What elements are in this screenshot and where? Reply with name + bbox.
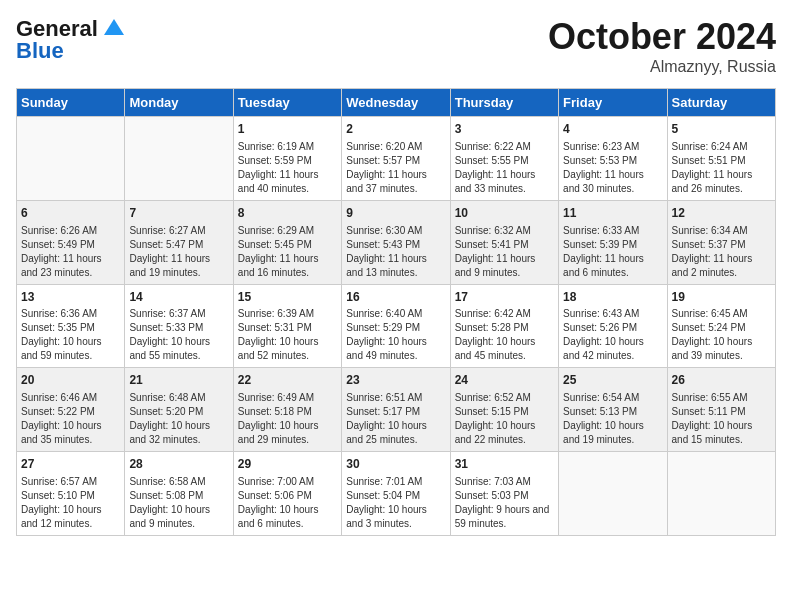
day-number: 6	[21, 205, 120, 222]
calendar-cell: 30Sunrise: 7:01 AMSunset: 5:04 PMDayligh…	[342, 452, 450, 536]
logo: General Blue	[16, 16, 124, 64]
calendar-cell: 25Sunrise: 6:54 AMSunset: 5:13 PMDayligh…	[559, 368, 667, 452]
day-info: Sunrise: 6:51 AMSunset: 5:17 PMDaylight:…	[346, 391, 445, 447]
page-title: October 2024	[548, 16, 776, 58]
day-of-week-header: Sunday	[17, 89, 125, 117]
day-info: Sunrise: 6:49 AMSunset: 5:18 PMDaylight:…	[238, 391, 337, 447]
calendar-cell: 19Sunrise: 6:45 AMSunset: 5:24 PMDayligh…	[667, 284, 775, 368]
day-of-week-header: Friday	[559, 89, 667, 117]
page-header: General Blue October 2024 Almaznyy, Russ…	[16, 16, 776, 76]
calendar-week-row: 20Sunrise: 6:46 AMSunset: 5:22 PMDayligh…	[17, 368, 776, 452]
calendar-cell: 27Sunrise: 6:57 AMSunset: 5:10 PMDayligh…	[17, 452, 125, 536]
day-info: Sunrise: 6:27 AMSunset: 5:47 PMDaylight:…	[129, 224, 228, 280]
day-number: 16	[346, 289, 445, 306]
day-info: Sunrise: 6:45 AMSunset: 5:24 PMDaylight:…	[672, 307, 771, 363]
day-number: 26	[672, 372, 771, 389]
calendar-cell: 10Sunrise: 6:32 AMSunset: 5:41 PMDayligh…	[450, 200, 558, 284]
day-info: Sunrise: 6:30 AMSunset: 5:43 PMDaylight:…	[346, 224, 445, 280]
calendar-cell	[17, 117, 125, 201]
calendar-cell: 7Sunrise: 6:27 AMSunset: 5:47 PMDaylight…	[125, 200, 233, 284]
day-number: 27	[21, 456, 120, 473]
calendar-cell: 2Sunrise: 6:20 AMSunset: 5:57 PMDaylight…	[342, 117, 450, 201]
calendar-cell: 6Sunrise: 6:26 AMSunset: 5:49 PMDaylight…	[17, 200, 125, 284]
calendar-week-row: 6Sunrise: 6:26 AMSunset: 5:49 PMDaylight…	[17, 200, 776, 284]
day-of-week-header: Wednesday	[342, 89, 450, 117]
day-info: Sunrise: 6:19 AMSunset: 5:59 PMDaylight:…	[238, 140, 337, 196]
day-number: 2	[346, 121, 445, 138]
day-info: Sunrise: 6:37 AMSunset: 5:33 PMDaylight:…	[129, 307, 228, 363]
calendar-table: SundayMondayTuesdayWednesdayThursdayFrid…	[16, 88, 776, 536]
day-number: 14	[129, 289, 228, 306]
calendar-cell: 22Sunrise: 6:49 AMSunset: 5:18 PMDayligh…	[233, 368, 341, 452]
day-number: 15	[238, 289, 337, 306]
calendar-cell: 17Sunrise: 6:42 AMSunset: 5:28 PMDayligh…	[450, 284, 558, 368]
day-of-week-header: Monday	[125, 89, 233, 117]
day-number: 20	[21, 372, 120, 389]
logo-blue: Blue	[16, 38, 64, 64]
calendar-cell: 3Sunrise: 6:22 AMSunset: 5:55 PMDaylight…	[450, 117, 558, 201]
calendar-cell: 4Sunrise: 6:23 AMSunset: 5:53 PMDaylight…	[559, 117, 667, 201]
calendar-cell: 1Sunrise: 6:19 AMSunset: 5:59 PMDaylight…	[233, 117, 341, 201]
day-info: Sunrise: 6:39 AMSunset: 5:31 PMDaylight:…	[238, 307, 337, 363]
svg-marker-0	[104, 19, 124, 35]
calendar-cell: 8Sunrise: 6:29 AMSunset: 5:45 PMDaylight…	[233, 200, 341, 284]
calendar-week-row: 27Sunrise: 6:57 AMSunset: 5:10 PMDayligh…	[17, 452, 776, 536]
day-info: Sunrise: 6:32 AMSunset: 5:41 PMDaylight:…	[455, 224, 554, 280]
day-number: 21	[129, 372, 228, 389]
day-number: 31	[455, 456, 554, 473]
day-info: Sunrise: 6:36 AMSunset: 5:35 PMDaylight:…	[21, 307, 120, 363]
day-number: 13	[21, 289, 120, 306]
calendar-cell: 20Sunrise: 6:46 AMSunset: 5:22 PMDayligh…	[17, 368, 125, 452]
day-info: Sunrise: 6:26 AMSunset: 5:49 PMDaylight:…	[21, 224, 120, 280]
day-info: Sunrise: 7:03 AMSunset: 5:03 PMDaylight:…	[455, 475, 554, 531]
calendar-cell	[667, 452, 775, 536]
calendar-cell: 11Sunrise: 6:33 AMSunset: 5:39 PMDayligh…	[559, 200, 667, 284]
calendar-header-row: SundayMondayTuesdayWednesdayThursdayFrid…	[17, 89, 776, 117]
calendar-cell: 26Sunrise: 6:55 AMSunset: 5:11 PMDayligh…	[667, 368, 775, 452]
day-info: Sunrise: 6:52 AMSunset: 5:15 PMDaylight:…	[455, 391, 554, 447]
calendar-cell: 28Sunrise: 6:58 AMSunset: 5:08 PMDayligh…	[125, 452, 233, 536]
calendar-cell	[559, 452, 667, 536]
calendar-cell: 21Sunrise: 6:48 AMSunset: 5:20 PMDayligh…	[125, 368, 233, 452]
day-number: 7	[129, 205, 228, 222]
calendar-cell: 16Sunrise: 6:40 AMSunset: 5:29 PMDayligh…	[342, 284, 450, 368]
calendar-cell: 12Sunrise: 6:34 AMSunset: 5:37 PMDayligh…	[667, 200, 775, 284]
day-info: Sunrise: 6:20 AMSunset: 5:57 PMDaylight:…	[346, 140, 445, 196]
day-info: Sunrise: 6:58 AMSunset: 5:08 PMDaylight:…	[129, 475, 228, 531]
day-number: 5	[672, 121, 771, 138]
page-subtitle: Almaznyy, Russia	[548, 58, 776, 76]
day-number: 25	[563, 372, 662, 389]
day-info: Sunrise: 7:01 AMSunset: 5:04 PMDaylight:…	[346, 475, 445, 531]
day-info: Sunrise: 6:46 AMSunset: 5:22 PMDaylight:…	[21, 391, 120, 447]
day-info: Sunrise: 6:55 AMSunset: 5:11 PMDaylight:…	[672, 391, 771, 447]
title-block: October 2024 Almaznyy, Russia	[548, 16, 776, 76]
day-number: 19	[672, 289, 771, 306]
calendar-cell: 15Sunrise: 6:39 AMSunset: 5:31 PMDayligh…	[233, 284, 341, 368]
calendar-cell: 13Sunrise: 6:36 AMSunset: 5:35 PMDayligh…	[17, 284, 125, 368]
calendar-cell: 5Sunrise: 6:24 AMSunset: 5:51 PMDaylight…	[667, 117, 775, 201]
calendar-cell	[125, 117, 233, 201]
day-number: 22	[238, 372, 337, 389]
calendar-cell: 14Sunrise: 6:37 AMSunset: 5:33 PMDayligh…	[125, 284, 233, 368]
day-info: Sunrise: 6:42 AMSunset: 5:28 PMDaylight:…	[455, 307, 554, 363]
calendar-week-row: 13Sunrise: 6:36 AMSunset: 5:35 PMDayligh…	[17, 284, 776, 368]
day-info: Sunrise: 6:34 AMSunset: 5:37 PMDaylight:…	[672, 224, 771, 280]
day-info: Sunrise: 6:33 AMSunset: 5:39 PMDaylight:…	[563, 224, 662, 280]
calendar-cell: 24Sunrise: 6:52 AMSunset: 5:15 PMDayligh…	[450, 368, 558, 452]
day-number: 10	[455, 205, 554, 222]
day-number: 1	[238, 121, 337, 138]
calendar-cell: 23Sunrise: 6:51 AMSunset: 5:17 PMDayligh…	[342, 368, 450, 452]
day-number: 11	[563, 205, 662, 222]
day-info: Sunrise: 6:43 AMSunset: 5:26 PMDaylight:…	[563, 307, 662, 363]
day-number: 9	[346, 205, 445, 222]
day-number: 3	[455, 121, 554, 138]
day-info: Sunrise: 7:00 AMSunset: 5:06 PMDaylight:…	[238, 475, 337, 531]
calendar-cell: 29Sunrise: 7:00 AMSunset: 5:06 PMDayligh…	[233, 452, 341, 536]
day-number: 24	[455, 372, 554, 389]
calendar-cell: 18Sunrise: 6:43 AMSunset: 5:26 PMDayligh…	[559, 284, 667, 368]
day-info: Sunrise: 6:22 AMSunset: 5:55 PMDaylight:…	[455, 140, 554, 196]
day-info: Sunrise: 6:23 AMSunset: 5:53 PMDaylight:…	[563, 140, 662, 196]
day-info: Sunrise: 6:24 AMSunset: 5:51 PMDaylight:…	[672, 140, 771, 196]
day-info: Sunrise: 6:29 AMSunset: 5:45 PMDaylight:…	[238, 224, 337, 280]
calendar-cell: 9Sunrise: 6:30 AMSunset: 5:43 PMDaylight…	[342, 200, 450, 284]
